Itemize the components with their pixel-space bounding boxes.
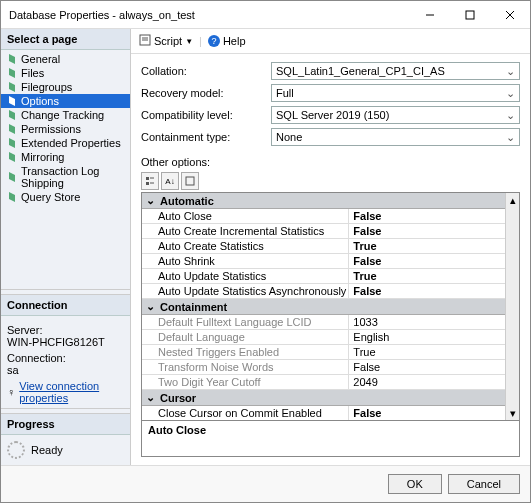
progress-status: Ready [31, 444, 63, 456]
chevron-down-icon: ⌄ [506, 65, 515, 78]
property-grid[interactable]: ⌄AutomaticAuto CloseFalseAuto Create Inc… [141, 192, 520, 421]
grid-row[interactable]: Transform Noise WordsFalse [142, 360, 519, 375]
grid-row[interactable]: Auto Update StatisticsTrue [142, 269, 519, 284]
page-icon [7, 96, 17, 106]
containment-select[interactable]: None⌄ [271, 128, 520, 146]
nav-item-options[interactable]: Options [1, 94, 130, 108]
page-icon [7, 152, 17, 162]
nav-item-filegroups[interactable]: Filegroups [1, 80, 130, 94]
script-icon [139, 34, 151, 48]
nav-item-query-store[interactable]: Query Store [1, 190, 130, 204]
nav-item-extended-properties[interactable]: Extended Properties [1, 136, 130, 150]
help-button[interactable]: ? Help [208, 35, 246, 47]
grid-row[interactable]: Nested Triggers EnabledTrue [142, 345, 519, 360]
scrollbar-vertical[interactable]: ▴ ▾ [505, 193, 519, 420]
nav-item-change-tracking[interactable]: Change Tracking [1, 108, 130, 122]
ok-button[interactable]: OK [388, 474, 442, 494]
category-containment[interactable]: ⌄Containment [142, 299, 519, 315]
grid-row[interactable]: Auto Create StatisticsTrue [142, 239, 519, 254]
collapse-icon: ⌄ [144, 391, 156, 404]
compatibility-select[interactable]: SQL Server 2019 (150)⌄ [271, 106, 520, 124]
svg-rect-7 [146, 177, 149, 180]
close-button[interactable] [490, 1, 530, 29]
window-title: Database Properties - always_on_test [9, 9, 195, 21]
connection-label: Connection: [7, 352, 124, 364]
grid-row[interactable]: Default Fulltext Language LCID1033 [142, 315, 519, 330]
collapse-icon: ⌄ [144, 300, 156, 313]
page-icon [7, 110, 17, 120]
scroll-up-button[interactable]: ▴ [506, 193, 519, 207]
collapse-icon: ⌄ [144, 194, 156, 207]
grid-row[interactable]: Default LanguageEnglish [142, 330, 519, 345]
collation-select[interactable]: SQL_Latin1_General_CP1_CI_AS⌄ [271, 62, 520, 80]
nav-item-permissions[interactable]: Permissions [1, 122, 130, 136]
collation-label: Collation: [141, 65, 271, 77]
cancel-button[interactable]: Cancel [448, 474, 520, 494]
alphabetical-button[interactable]: A↓ [161, 172, 179, 190]
nav-item-mirroring[interactable]: Mirroring [1, 150, 130, 164]
compat-label: Compatibility level: [141, 109, 271, 121]
nav-item-general[interactable]: General [1, 52, 130, 66]
categorized-button[interactable] [141, 172, 159, 190]
grid-row[interactable]: Auto Create Incremental StatisticsFalse [142, 224, 519, 239]
chevron-down-icon: ⌄ [506, 131, 515, 144]
containment-label: Containment type: [141, 131, 271, 143]
server-value: WIN-PHCFIG8126T [7, 336, 124, 348]
chevron-down-icon: ⌄ [506, 109, 515, 122]
page-icon [7, 124, 17, 134]
grid-row[interactable]: Two Digit Year Cutoff2049 [142, 375, 519, 390]
recovery-select[interactable]: Full⌄ [271, 84, 520, 102]
connection-icon: ♀ [7, 386, 15, 398]
grid-row[interactable]: Auto Update Statistics AsynchronouslyFal… [142, 284, 519, 299]
category-automatic[interactable]: ⌄Automatic [142, 193, 519, 209]
properties-button[interactable] [181, 172, 199, 190]
svg-rect-8 [146, 182, 149, 185]
property-description: Auto Close [141, 421, 520, 457]
nav-item-transaction-log-shipping[interactable]: Transaction Log Shipping [1, 164, 130, 190]
page-icon [7, 82, 17, 92]
help-icon: ? [208, 35, 220, 47]
svg-rect-1 [466, 11, 474, 19]
svg-rect-11 [186, 177, 194, 185]
page-icon [7, 192, 17, 202]
maximize-button[interactable] [450, 1, 490, 29]
server-label: Server: [7, 324, 124, 336]
chevron-down-icon: ⌄ [506, 87, 515, 100]
grid-row[interactable]: Close Cursor on Commit EnabledFalse [142, 406, 519, 421]
progress-spinner-icon [7, 441, 25, 459]
page-icon [7, 68, 17, 78]
category-cursor[interactable]: ⌄Cursor [142, 390, 519, 406]
progress-header: Progress [1, 414, 130, 435]
chevron-down-icon: ▼ [185, 37, 193, 46]
grid-row[interactable]: Auto ShrinkFalse [142, 254, 519, 269]
view-connection-link[interactable]: View connection properties [19, 380, 124, 404]
minimize-button[interactable] [410, 1, 450, 29]
connection-value: sa [7, 364, 124, 376]
script-button[interactable]: Script ▼ [139, 34, 193, 48]
grid-row[interactable]: Auto CloseFalse [142, 209, 519, 224]
page-icon [7, 138, 17, 148]
scroll-down-button[interactable]: ▾ [506, 406, 519, 420]
other-options-label: Other options: [141, 156, 520, 168]
recovery-label: Recovery model: [141, 87, 271, 99]
page-icon [7, 172, 17, 182]
select-page-header: Select a page [1, 29, 130, 50]
page-icon [7, 54, 17, 64]
nav-item-files[interactable]: Files [1, 66, 130, 80]
connection-header: Connection [1, 295, 130, 316]
